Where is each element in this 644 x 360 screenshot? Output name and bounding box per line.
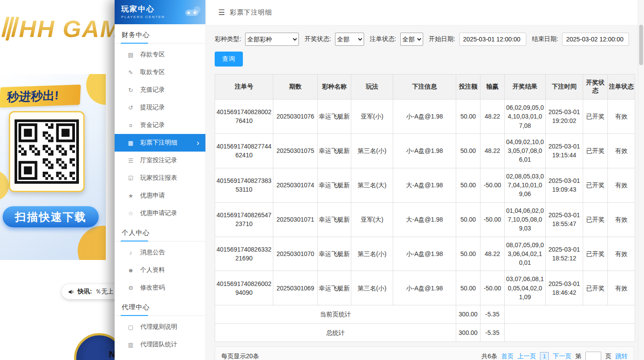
col-bet-amount: 投注额 [456,74,480,100]
sidebar-item-message-announcements[interactable]: ♪消息公告 [115,244,205,261]
deposit-zone-icon: ▤ [127,52,134,58]
sidebar-item-hall-bet-records[interactable]: ☰厅室投注记录 [115,152,205,169]
sidebar-item-player-bet-report[interactable]: ☑玩家投注报表 [115,169,205,187]
col-bet-status: 注单状态 [608,74,635,100]
download-button[interactable]: 扫描快速下载 [3,206,99,227]
bet-status-select[interactable]: 全部 [400,33,423,46]
current-page[interactable]: 1 [540,352,549,360]
end-date-input[interactable] [562,33,629,46]
sidebar-item-label: 提现记录 [140,104,165,111]
table-cell: -50.00 [480,271,505,305]
bet-table-body: 40156917408280027641020250301076幸运飞艇新亚军(… [215,100,635,342]
table-cell: 第三名(小) [351,134,393,168]
table-row: 40156917408280027641020250301076幸运飞艇新亚军(… [215,100,635,134]
withdrawal-records-icon: ↺ [127,104,134,111]
summary-empty [505,305,635,323]
table-cell: 已开奖 [583,202,608,237]
sidebar-item-deposit-zone[interactable]: ▤存款专区 [115,46,205,63]
draw-status-select[interactable]: 全部 [335,33,364,46]
table-cell: 幸运飞艇新 [318,237,351,271]
sidebar: 玩家中心 PLAYERS CENTER 财务中心▤存款专区✎取款专区↻充值记录↺… [115,0,206,360]
sidebar-item-agent-rules[interactable]: ▢代理规则说明 [115,318,205,336]
sidebar-item-lottery-bet-details[interactable]: ▦彩票下注明细› [115,134,205,152]
summary-label: 总统计 [215,323,456,341]
jump-link[interactable]: 跳转 [615,353,628,360]
table-cell: 有效 [608,237,635,271]
col-bet-no: 注单号 [215,74,273,100]
table-cell: 2025-03-01 19:20:02 [546,100,583,134]
withdraw-zone-icon: ✎ [127,69,134,76]
table-row: 40156917408273835311020250301074幸运飞艇新第三名… [215,168,635,202]
next-page-link[interactable]: 下一页 [553,353,571,360]
table-cell: 第三名(大) [351,168,393,202]
sidebar-item-recharge-records[interactable]: ↻充值记录 [115,81,205,99]
hall-bet-records-icon: ☰ [127,157,134,164]
sidebar-item-personal-profile[interactable]: ☻个人资料 [115,261,205,279]
sidebar-item-agent-team-stats[interactable]: ▥代理团队统计 [115,336,205,353]
ticker-text: ％无上 [95,288,114,296]
table-cell: 大-A盘@1.98 [393,168,456,202]
topbar: ☰ 彩票下注明细 [206,0,638,26]
table-cell: 2025-03-01 19:09:43 [546,168,583,202]
summary-bet-total: 300.00 [456,323,480,341]
sidebar-item-change-password[interactable]: ⚙修改密码 [115,279,205,297]
table-cell: 幸运飞艇新 [318,168,351,202]
scrollbar-thumb[interactable] [639,25,643,65]
table-cell: 已开奖 [583,237,608,271]
sidebar-item-label: 充值记录 [140,86,165,94]
col-period: 期数 [273,74,318,100]
sidebar-item-label: 修改密码 [140,284,165,292]
players-center-panel: 玩家中心 PLAYERS CENTER 财务中心▤存款专区✎取款专区↻充值记录↺… [115,0,638,360]
sidebar-item-withdraw-zone[interactable]: ✎取款专区 [115,63,205,81]
sidebar-item-label: 彩票下注明细 [140,139,177,147]
table-cell: 已开奖 [583,100,608,134]
page-jump-input[interactable] [585,352,601,360]
sidebar-section-title: 个人中心 [115,222,205,241]
col-bet-info: 下注信息 [393,74,456,100]
summary-win-loss: -5.35 [480,323,505,341]
message-announcements-icon: ♪ [127,249,134,256]
sidebar-item-promo-apply-records[interactable]: ☆优惠申请记录 [115,204,205,222]
table-cell: 02,08,05,03,07,04,10,01,09,06 [505,168,546,202]
scrollbar[interactable] [638,0,644,360]
table-cell: 50.00 [456,100,480,134]
table-cell: 20250301070 [273,237,318,271]
table-cell: 50.00 [456,271,480,305]
col-bet-time: 下注时间 [546,74,583,100]
first-page-link[interactable]: 首页 [501,353,514,360]
table-cell: 幸运飞艇新 [318,271,351,305]
table-cell: 03,07,06,08,10,05,04,02,01,09 [505,271,546,305]
qr-card [9,111,85,192]
query-button[interactable]: 查询 [215,52,243,67]
prev-page-link[interactable]: 上一页 [517,353,536,360]
total-count: 共6条 [481,353,497,360]
sidebar-item-withdrawal-records[interactable]: ↺提现记录 [115,99,205,116]
table-cell: 50.00 [456,237,480,271]
summary-row: 总统计300.00-5.35 [215,323,635,341]
table-cell: 401569174082600294090 [215,271,273,305]
col-lottery-name: 彩种名称 [318,74,351,100]
table-cell: 06,02,09,05,04,10,03,01,07,08 [505,100,546,134]
sidebar-item-promo-apply[interactable]: ★优惠申请 [115,187,205,204]
hamburger-icon[interactable]: ☰ [218,8,225,17]
agent-rules-icon: ▢ [127,324,134,330]
table-cell: 401569174082738353110 [215,168,273,202]
table-cell: 20250301071 [273,202,318,237]
sidebar-item-label: 优惠申请 [140,192,165,200]
table-cell: 小-A盘@1.98 [393,237,456,271]
lottery-type-select[interactable]: 全部彩种 [245,33,299,46]
table-cell: 已开奖 [583,271,608,305]
table-cell: 幸运飞艇新 [318,202,351,237]
start-date-input[interactable] [459,33,526,46]
table-cell: 第三名(小) [351,271,393,305]
col-play-type: 玩法 [351,74,393,100]
promo-apply-icon: ★ [127,193,134,199]
end-date-label: 结束日期: [532,35,558,43]
table-cell: 2025-03-01 18:55:47 [546,202,583,237]
pagination-bar: 每页显示20条 共6条 首页 上一页 1 下一页 第 页 跳转 [215,346,634,360]
table-cell: 亚军(大) [351,202,393,237]
table-cell: 20250301075 [273,134,318,168]
agent-team-stats-icon: ▥ [127,341,134,348]
chevron-right-icon: › [197,139,199,147]
sidebar-item-funds-records[interactable]: ¤资金记录 [115,116,205,134]
